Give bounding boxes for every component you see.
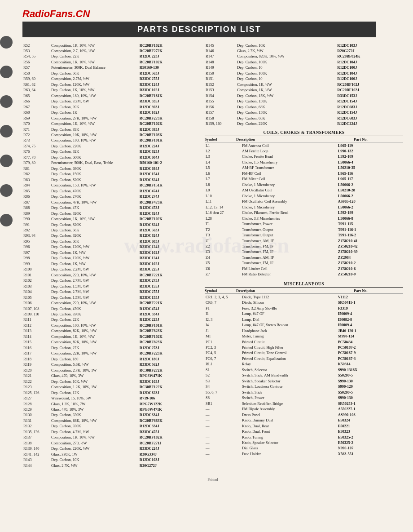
misc-part-number: N990-107 <box>337 446 403 451</box>
coil-symbol: L5 <box>205 165 241 171</box>
part-symbol: R73 <box>22 138 50 143</box>
part-symbol: R65 <box>22 93 50 98</box>
coil-part-number: L50066-4 <box>337 160 403 165</box>
part-symbol: R72 <box>22 133 50 138</box>
misc-part-number: PC50434 <box>337 339 403 345</box>
table-row: R59, 60 Composition, 2.7M, ½W R33DC275J <box>22 76 198 82</box>
misc-description: Switch, Selector <box>241 367 337 372</box>
left-parts-table: R52 Composition, 1K, 10%, ½W RC20BF102K … <box>22 43 198 469</box>
coil-symbol: T2 <box>205 227 241 232</box>
table-row: R131 Composition, 68K, 10%, ½W RC20BF683… <box>22 418 198 423</box>
part-description: Composition, 1K, 10%, ½W <box>50 217 139 222</box>
coil-description: Transformer, AM, IF <box>241 238 337 244</box>
part-symbol: R99 <box>22 261 50 266</box>
table-row: R65 Composition, 180, 10%, ½W RC20BF181K <box>22 93 198 98</box>
part-symbol: R130 <box>22 412 50 418</box>
part-number: R12DC223J <box>139 54 198 59</box>
part-description: Dep. Carbon, 3.3M, ½W <box>50 99 139 104</box>
coil-description: Transformer, Output <box>241 227 337 232</box>
misc-symbol: — <box>205 429 241 434</box>
table-row: T2 Transformer, Output T991-116-1 <box>205 227 403 232</box>
part-symbol: R101 <box>22 272 50 278</box>
coil-description: Choke, 1 Microhenry <box>241 182 337 187</box>
table-row: R52 Composition, 1K, 10%, ½W RC20BF102K <box>22 43 198 48</box>
part-symbol: R104 <box>22 289 50 295</box>
part-symbol: R66 <box>22 99 50 104</box>
part-symbol: R132 <box>22 424 50 429</box>
misc-symbol: I4 <box>205 323 241 328</box>
part-symbol: R121 <box>22 373 50 379</box>
part-number: R33DC124J <box>139 244 198 250</box>
part-symbol: R71 <box>22 127 50 132</box>
part-number: R12DC563J <box>139 227 198 233</box>
table-row: R150 Dep. Carbon, 100K R12DC104J <box>205 71 403 76</box>
coil-description: Transformer, FM, IF <box>241 244 337 249</box>
table-row: R103 Dep. Carbon, 1.5M, ½W R33DC155J <box>22 284 198 289</box>
part-symbol: R112 <box>22 323 50 328</box>
misc-part-number: X563-551 <box>337 451 403 457</box>
part-symbol: R156 <box>205 104 236 110</box>
part-description: Dep. Carbon, 2.2M, ½W <box>50 267 139 272</box>
part-symbol: R58 <box>22 71 50 76</box>
part-number: R12DC474J <box>139 306 198 311</box>
table-row: R117 Composition, 22K, 10%, ½W RC20BF223… <box>22 351 198 356</box>
table-row: R81 Dep. Carbon, 680K R12DC684J <box>22 166 198 171</box>
part-number: R12DC683J <box>336 104 403 110</box>
misc-symbol: — <box>205 434 241 440</box>
table-row: R130 Dep. Carbon, 330K R12DC334J <box>22 412 198 418</box>
part-number: R12DC154J <box>139 172 198 177</box>
misc-part-number: I50009-4 <box>337 323 403 328</box>
coil-symbol: L28 <box>205 216 241 221</box>
part-number: R12DC824J <box>139 211 198 216</box>
part-description: Glass, 470, 10%, 3W <box>50 373 139 379</box>
table-row: R100 Dep. Carbon, 2.2M, ½W R33DC225J <box>22 267 198 272</box>
table-row: R91 Dep. Carbon, 820K R12DC824J <box>22 222 198 227</box>
table-row: R132 Dep. Carbon, 330K R12DC334J <box>22 424 198 429</box>
misc-part-number: S990-130 <box>337 395 403 401</box>
misc-part-number: E50324 <box>337 418 403 423</box>
table-row: — Knob, Tuning E50325-2 <box>205 434 403 440</box>
part-description: Dep. Carbon, 120K, ½W <box>50 256 139 261</box>
part-description: Dep. Carbon, 330K <box>50 412 139 418</box>
coil-symbol: Z6 <box>205 266 241 271</box>
coil-symbol: L10 <box>205 193 241 199</box>
misc-part-number: E50221 <box>337 423 403 429</box>
part-number: R12DC474J <box>139 188 198 194</box>
part-description: Dep. Carbon, 270K <box>50 194 139 200</box>
part-description: Dep. Carbon, 10 <box>236 65 336 71</box>
coil-part-number: L50066-2 <box>337 193 403 199</box>
part-description: Dep. Carbon, 120K, ½W <box>50 82 139 87</box>
table-row: L3 Choke, Ferrite Bead L592-189 <box>205 154 403 160</box>
part-symbol: R91 <box>22 222 50 227</box>
coil-part-number: L50210-28 <box>337 188 403 193</box>
table-row: Z5 Transformer, FM, IF ZZ50210-2 <box>205 261 403 266</box>
coil-symbol: Z7 <box>205 272 241 277</box>
table-row: R157 Dep. Carbon, 150K R12DC154J <box>205 110 403 115</box>
table-row: R85 Dep. Carbon, 470K R12DC474J <box>22 188 198 194</box>
part-symbol: R76 <box>22 149 50 155</box>
page-title: PARTS DESCRIPTION LIST <box>22 22 376 37</box>
part-number: R12DC154J <box>336 110 403 115</box>
table-row: R57 Potentiometer, 300K, Dual Balance R5… <box>22 65 198 71</box>
misc-col-headers: Symbol Description Part No. <box>205 288 403 294</box>
part-number: R12DC103J <box>139 457 198 463</box>
part-symbol: R154 <box>205 93 236 98</box>
right-column: R145 Dep. Carbon, 10K R12DC103J R146 Gla… <box>205 43 403 469</box>
part-description: Glass, 470, 10%, 3W <box>50 407 139 412</box>
part-number: R12DC100J <box>336 65 403 71</box>
part-number: R12DC224J <box>336 121 403 127</box>
part-symbol: R81 <box>22 166 50 171</box>
part-description: Composition, 1K, ½W <box>236 82 336 87</box>
misc-symbol: SR1 <box>205 401 241 406</box>
misc-description: Switch, Speaker Selector <box>241 378 337 384</box>
coil-symbol: Z2 <box>205 244 241 249</box>
table-row: R146 Glass, 2.7K, ½W R20G272J <box>205 48 403 53</box>
coils-section-header: COILS, CHOKES & TRANSFORMERS <box>205 130 403 136</box>
part-symbol: R82 <box>22 172 50 177</box>
misc-part-number: S990-130 <box>337 378 403 384</box>
part-number: R12DC103J <box>336 43 403 48</box>
part-description: Dep. Carbon, 2.7M, ½W <box>50 289 139 295</box>
part-symbol: R151 <box>205 76 236 82</box>
part-number: R33DC275J <box>139 76 198 82</box>
part-description: Composition, 2.7K, 10%, 1W <box>50 368 139 373</box>
